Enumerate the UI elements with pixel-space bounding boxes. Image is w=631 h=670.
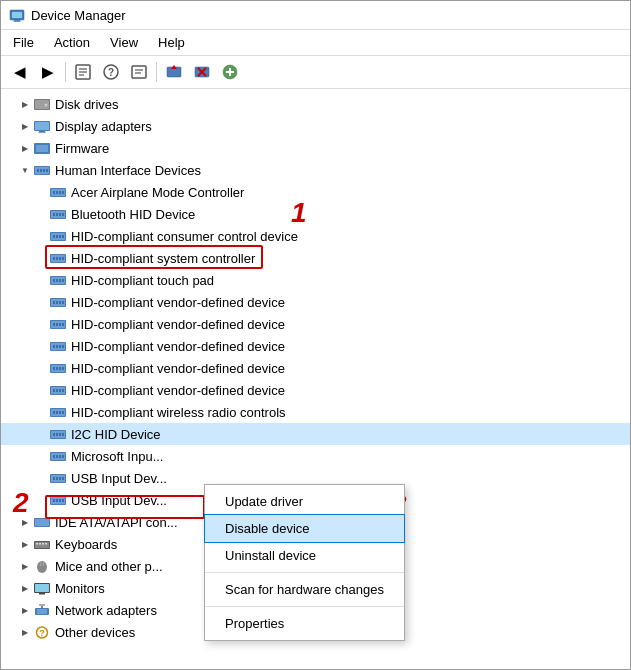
ctx-sep-2 [205, 606, 404, 607]
svg-rect-141 [37, 609, 47, 614]
monitors-icon [33, 579, 51, 597]
window-title: Device Manager [31, 8, 126, 23]
scan-button[interactable] [126, 59, 152, 85]
svg-rect-29 [36, 145, 48, 152]
svg-rect-86 [53, 367, 55, 370]
tree-item-hid-wireless[interactable]: HID-compliant wireless radio controls [1, 401, 630, 423]
svg-rect-71 [62, 301, 64, 304]
tree-item-hid-vendor1[interactable]: HID-compliant vendor-defined device [1, 291, 630, 313]
toolbar: ◀ ▶ ? [1, 56, 630, 89]
firmware-label: Firmware [55, 141, 109, 156]
svg-rect-132 [42, 543, 44, 545]
tree-item-human-interface[interactable]: ▼ Human Interface Devices [1, 159, 630, 181]
svg-rect-63 [56, 279, 58, 282]
human-interface-label: Human Interface Devices [55, 163, 201, 178]
expand-firmware[interactable]: ▶ [17, 140, 33, 156]
tree-item-hid-vendor3[interactable]: HID-compliant vendor-defined device [1, 335, 630, 357]
svg-rect-101 [62, 411, 64, 414]
expand-human-interface[interactable]: ▼ [17, 162, 33, 178]
svg-rect-123 [56, 499, 58, 502]
monitors-label: Monitors [55, 581, 105, 596]
display-adapters-label: Display adapters [55, 119, 152, 134]
svg-rect-77 [62, 323, 64, 326]
title-bar: Device Manager [1, 1, 630, 30]
svg-rect-10 [132, 66, 146, 78]
ctx-disable-device[interactable]: Disable device [205, 515, 404, 542]
menu-file[interactable]: File [5, 32, 42, 53]
ctx-scan-hardware[interactable]: Scan for hardware changes [205, 576, 404, 603]
ctx-update-driver[interactable]: Update driver [205, 488, 404, 515]
svg-rect-89 [62, 367, 64, 370]
tree-item-acer-airplane[interactable]: Acer Airplane Mode Controller [1, 181, 630, 203]
svg-rect-112 [59, 455, 61, 458]
hid-vendor5-label: HID-compliant vendor-defined device [71, 383, 285, 398]
hid-system-icon [49, 249, 67, 267]
update-driver-button[interactable] [161, 59, 187, 85]
svg-rect-138 [35, 584, 49, 592]
svg-rect-131 [39, 543, 41, 545]
menu-help[interactable]: Help [150, 32, 193, 53]
bluetooth-hid-icon [49, 205, 67, 223]
device-tree[interactable]: ▶ Disk drives ▶ Display adapters ▶ Firmw… [1, 89, 630, 669]
svg-rect-94 [59, 389, 61, 392]
ctx-uninstall-device[interactable]: Uninstall device [205, 542, 404, 569]
tree-item-firmware[interactable]: ▶ Firmware [1, 137, 630, 159]
svg-rect-113 [62, 455, 64, 458]
svg-rect-68 [53, 301, 55, 304]
expand-monitors[interactable]: ▶ [17, 580, 33, 596]
svg-rect-2 [14, 20, 20, 22]
help-toolbar-button[interactable]: ? [98, 59, 124, 85]
svg-rect-65 [62, 279, 64, 282]
tree-item-i2c-hid[interactable]: I2C HID Device [1, 423, 630, 445]
acer-airplane-icon [49, 183, 67, 201]
usb-input2-icon [49, 491, 67, 509]
svg-rect-117 [56, 477, 58, 480]
forward-button[interactable]: ▶ [35, 59, 61, 85]
ctx-properties[interactable]: Properties [205, 610, 404, 637]
hid-vendor1-label: HID-compliant vendor-defined device [71, 295, 285, 310]
menu-action[interactable]: Action [46, 32, 98, 53]
svg-rect-122 [53, 499, 55, 502]
hid-vendor5-icon [49, 381, 67, 399]
acer-airplane-label: Acer Airplane Mode Controller [71, 185, 244, 200]
svg-rect-62 [53, 279, 55, 282]
tree-item-hid-vendor4[interactable]: HID-compliant vendor-defined device [1, 357, 630, 379]
tree-item-hid-consumer[interactable]: HID-compliant consumer control device [1, 225, 630, 247]
ide-atapi-icon [33, 513, 51, 531]
ide-atapi-label: IDE ATA/ATAPI con... [55, 515, 178, 530]
expand-mice[interactable]: ▶ [17, 558, 33, 574]
expand-keyboards[interactable]: ▶ [17, 536, 33, 552]
remove-device-button[interactable] [189, 59, 215, 85]
svg-rect-133 [45, 543, 47, 545]
tree-item-hid-vendor5[interactable]: HID-compliant vendor-defined device [1, 379, 630, 401]
tree-item-microsoft-input[interactable]: Microsoft Inpu... [1, 445, 630, 467]
tree-item-disk-drives[interactable]: ▶ Disk drives [1, 93, 630, 115]
tree-item-hid-vendor2[interactable]: HID-compliant vendor-defined device [1, 313, 630, 335]
menu-view[interactable]: View [102, 32, 146, 53]
back-button[interactable]: ◀ [7, 59, 33, 85]
tree-item-hid-system[interactable]: HID-compliant system controller [1, 247, 630, 269]
expand-disk-drives[interactable]: ▶ [17, 96, 33, 112]
expand-display-adapters[interactable]: ▶ [17, 118, 33, 134]
properties-toolbar-button[interactable] [70, 59, 96, 85]
tree-item-display-adapters[interactable]: ▶ Display adapters [1, 115, 630, 137]
svg-rect-41 [62, 191, 64, 194]
add-hardware-button[interactable] [217, 59, 243, 85]
svg-rect-75 [56, 323, 58, 326]
svg-text:?: ? [108, 67, 114, 78]
expand-network-adapters[interactable]: ▶ [17, 602, 33, 618]
disk-drives-label: Disk drives [55, 97, 119, 112]
menu-bar: File Action View Help [1, 30, 630, 56]
svg-rect-34 [43, 169, 45, 172]
svg-rect-25 [35, 122, 49, 130]
tree-item-bluetooth-hid[interactable]: Bluetooth HID Device [1, 203, 630, 225]
network-adapters-icon [33, 601, 51, 619]
bluetooth-hid-label: Bluetooth HID Device [71, 207, 195, 222]
expand-other-devices[interactable]: ▶ [17, 624, 33, 640]
context-menu: Update driver Disable device Uninstall d… [204, 484, 405, 641]
tree-item-hid-touchpad[interactable]: HID-compliant touch pad [1, 269, 630, 291]
usb-input1-icon [49, 469, 67, 487]
svg-rect-47 [62, 213, 64, 216]
svg-rect-88 [59, 367, 61, 370]
expand-ide-atapi[interactable]: ▶ [17, 514, 33, 530]
